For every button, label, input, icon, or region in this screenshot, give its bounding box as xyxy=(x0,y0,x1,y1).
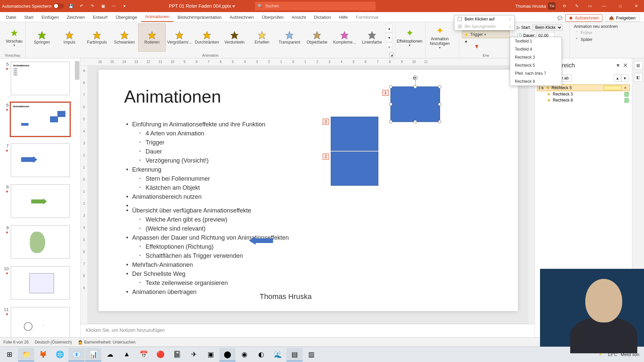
firefox-icon[interactable]: 🦊 xyxy=(35,348,51,361)
animation-uebertragen-button[interactable]: ✦Animation übertragen xyxy=(462,38,510,45)
bullet[interactable]: Schaltflächen als Trigger verwenden xyxy=(138,251,289,260)
gallery-kompleme...[interactable]: Kompleme... xyxy=(331,23,358,52)
powerpoint-icon[interactable]: 📊 xyxy=(85,348,101,361)
thumb-slide-9[interactable] xyxy=(11,225,70,259)
tab-start[interactable]: Start xyxy=(20,13,37,22)
tab-ueberpruefen[interactable]: Überprüfen xyxy=(258,13,287,22)
gallery-transparent[interactable]: Transparent xyxy=(276,23,303,52)
gallery-objektfarbe[interactable]: Objektfarbe xyxy=(303,23,331,52)
notes-pane[interactable]: Klicken Sie, um Notizen hinzuzufügen xyxy=(80,324,535,337)
bullet[interactable]: 4 Arten von Animation xyxy=(138,129,289,138)
record-icon[interactable]: ◉ xyxy=(236,348,252,361)
frueher-button[interactable]: ˄Früher xyxy=(573,29,624,36)
autosave-toggle[interactable]: Automatisches Speichern xyxy=(2,3,64,9)
gallery-verdunkeln[interactable]: Verdunkeln xyxy=(221,23,248,52)
tab-datei[interactable]: Datei xyxy=(2,13,20,22)
move-up-button[interactable]: ▲ xyxy=(614,74,621,82)
tab-aufzeichnen[interactable]: Aufzeichnen xyxy=(226,13,258,22)
tab-animationen[interactable]: Animationen xyxy=(141,12,173,22)
accessibility[interactable]: 🙍 Barrierefreiheit: Untersuchen xyxy=(78,340,136,345)
search-box[interactable]: 🔍 Suchen xyxy=(255,2,376,10)
animpane-dropdown-icon[interactable]: ▾ xyxy=(616,62,620,69)
tab-formformat[interactable]: Formformat xyxy=(352,13,382,22)
qat-dropdown-icon[interactable]: ▾ xyxy=(120,2,128,10)
maximize-button[interactable]: □ xyxy=(614,2,626,10)
anim-tag-2a[interactable]: 2 xyxy=(323,119,329,125)
bullet[interactable]: Animationsbereich nutzen xyxy=(124,192,289,201)
toggle-switch[interactable] xyxy=(53,3,64,9)
trigger-beim-klicken[interactable]: Beim Klicken auf› xyxy=(454,15,514,23)
slide-body[interactable]: Einführung in Animationseffekte und ihre… xyxy=(124,120,289,297)
gallery-durchtränken[interactable]: Durchtränken xyxy=(193,23,221,52)
animation-hinzufuegen-button[interactable]: ✦ Animation hinzufügen▾ xyxy=(428,23,451,52)
trigger-target[interactable]: Textfeld 4 xyxy=(510,45,561,53)
effektoptionen-button[interactable]: ✦ Effektoptionen▾ xyxy=(398,23,421,52)
tab-einfuegen[interactable]: Einfügen xyxy=(38,13,63,22)
calendar-icon[interactable]: 📅 xyxy=(136,348,152,361)
bullet[interactable]: Verzögerung (Vorsicht!) xyxy=(138,156,289,165)
trigger-target[interactable]: Rechteck 3 xyxy=(510,53,561,61)
tab-zeichnen[interactable]: Zeichnen xyxy=(63,13,89,22)
side-tool-1[interactable]: ▦ xyxy=(634,61,643,70)
thumb-slide-5[interactable]: Animationen• item• item• item• item xyxy=(11,62,70,95)
app6-icon[interactable]: ▥ xyxy=(303,348,319,361)
app2-icon[interactable]: 🔴 xyxy=(152,348,168,361)
gallery-vergrößern/...[interactable]: Vergrößern/... xyxy=(166,23,193,52)
trigger-target[interactable]: Textfeld 1 xyxy=(510,37,561,45)
slide-thumbnails[interactable]: 5★Animationen• item• item• item• item6★A… xyxy=(0,58,80,337)
bullet[interactable]: Dauer xyxy=(138,147,289,156)
bullet[interactable]: (Welche sind relevant) xyxy=(138,224,289,233)
tab-dictation[interactable]: Dictation xyxy=(310,13,335,22)
animation-dialog-launcher[interactable]: ◢ xyxy=(389,53,394,57)
gallery-schwanken[interactable]: Schwanken xyxy=(111,23,138,52)
gallery-down[interactable]: ▾ xyxy=(386,33,392,42)
more-icon[interactable]: ⋯ xyxy=(110,2,118,10)
thumb-slide-8[interactable] xyxy=(11,184,70,218)
app5-icon[interactable]: ▤ xyxy=(286,348,303,361)
bullet[interactable]: Mehrfach-Animationen xyxy=(124,260,289,269)
tab-entwurf[interactable]: Entwurf xyxy=(89,13,112,22)
resize-handle[interactable] xyxy=(389,85,392,88)
explorer-icon[interactable]: 📁 xyxy=(18,348,34,361)
thumb-slide-10[interactable] xyxy=(11,266,70,300)
telegram-icon[interactable]: ✈ xyxy=(186,348,202,361)
rotate-handle[interactable]: ⟳ xyxy=(413,75,418,80)
slide-counter[interactable]: Folie 6 von 26 xyxy=(3,340,29,345)
obs-icon[interactable]: ⬤ xyxy=(219,348,235,361)
tab-bildschirm[interactable]: Bildschirmpräsentation xyxy=(173,13,226,22)
chrome-icon[interactable]: 🌐 xyxy=(52,348,68,361)
app4-icon[interactable]: ◐ xyxy=(253,348,269,361)
trigger-button[interactable]: ⚡Trigger▾ xyxy=(462,31,510,38)
gallery-impuls[interactable]: Impuls xyxy=(56,23,83,52)
shape-rechteck-5[interactable]: ⟳ xyxy=(390,86,440,122)
bullet[interactable]: Welche Arten gibt es (preview) xyxy=(138,215,289,224)
start-button[interactable]: ⊞ xyxy=(1,348,17,361)
resize-handle[interactable] xyxy=(438,120,441,123)
vlc-icon[interactable]: ▲ xyxy=(119,348,135,361)
move-down-button[interactable]: ▼ xyxy=(621,74,629,82)
sync-icon[interactable]: ⟲ xyxy=(560,2,568,10)
app3-icon[interactable]: ▣ xyxy=(203,348,219,361)
bullet[interactable]: Der Schnellste Weg xyxy=(124,269,289,279)
comments-icon[interactable]: 💬 xyxy=(557,16,562,20)
resize-handle[interactable] xyxy=(438,85,441,88)
language[interactable]: Deutsch (Österreich) xyxy=(35,340,72,345)
bullet[interactable]: Kästchen am Objekt xyxy=(138,183,289,192)
save-icon[interactable]: 💾 xyxy=(67,2,75,10)
resize-handle[interactable] xyxy=(389,120,392,123)
undo-icon[interactable]: ↶ xyxy=(77,2,86,10)
shape-rechteck-3[interactable] xyxy=(331,117,378,151)
present-icon[interactable]: ▣ xyxy=(99,2,107,10)
onenote-icon[interactable]: 📓 xyxy=(169,348,185,361)
trigger-target[interactable]: Pfeil: nach links 7 xyxy=(510,69,561,77)
spaeter-button[interactable]: ˅Später xyxy=(573,36,624,43)
start-select[interactable]: Beim Klicken xyxy=(532,24,562,31)
resize-handle[interactable] xyxy=(414,120,417,123)
gallery-erhellen[interactable]: Erhellen xyxy=(248,23,276,52)
filename[interactable]: PPT 01 Roter Faden 004.pptx ▾ xyxy=(169,3,235,9)
thumb-scrollbar[interactable] xyxy=(74,58,80,337)
tab-ansicht[interactable]: Ansicht xyxy=(287,13,310,22)
aufzeichnen-button[interactable]: ⏺Aufzeichnen xyxy=(565,14,603,22)
anim-tag-2b[interactable]: 2 xyxy=(323,154,329,160)
shape-rechteck-8[interactable] xyxy=(331,152,378,186)
